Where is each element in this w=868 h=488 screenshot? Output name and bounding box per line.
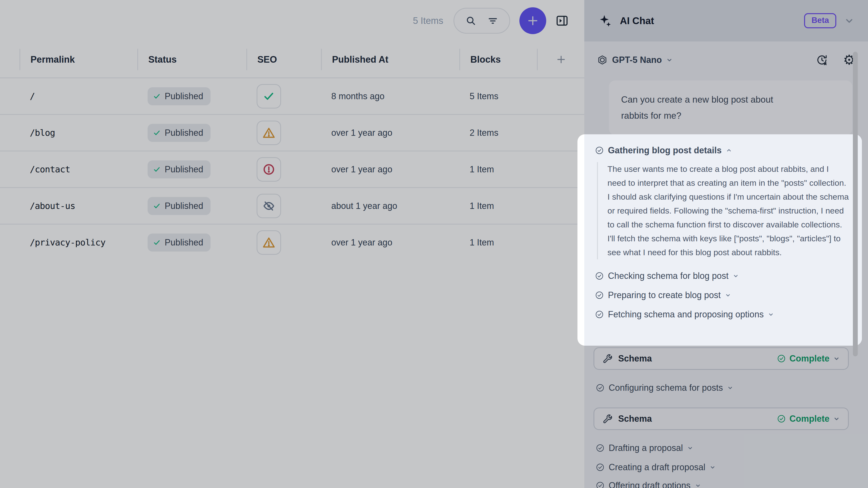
- reasoning-header[interactable]: Gathering blog post details: [595, 144, 850, 156]
- chevron-up-icon: [726, 148, 732, 153]
- reasoning-step[interactable]: Checking schema for blog post: [595, 266, 850, 286]
- step-check-icon: [595, 291, 603, 299]
- reasoning-body: The user wants me to create a blog post …: [597, 162, 850, 259]
- reasoning-group: Gathering blog post details The user wan…: [584, 134, 862, 346]
- reasoning-text: The user wants me to create a blog post …: [608, 162, 849, 259]
- reasoning-spotlight: Gathering blog post details The user wan…: [578, 134, 862, 346]
- reasoning-check-icon: [595, 146, 603, 155]
- step-check-icon: [595, 310, 603, 319]
- reasoning-step[interactable]: Preparing to create blog post: [595, 286, 850, 305]
- chevron-down-icon: [725, 292, 731, 298]
- chevron-down-icon: [768, 312, 774, 317]
- step-check-icon: [595, 272, 603, 280]
- chevron-down-icon: [733, 273, 739, 279]
- reasoning-title: Gathering blog post details: [608, 145, 722, 156]
- chat-scrollbar[interactable]: [853, 52, 858, 356]
- reasoning-step[interactable]: Fetching schema and proposing options: [595, 305, 850, 324]
